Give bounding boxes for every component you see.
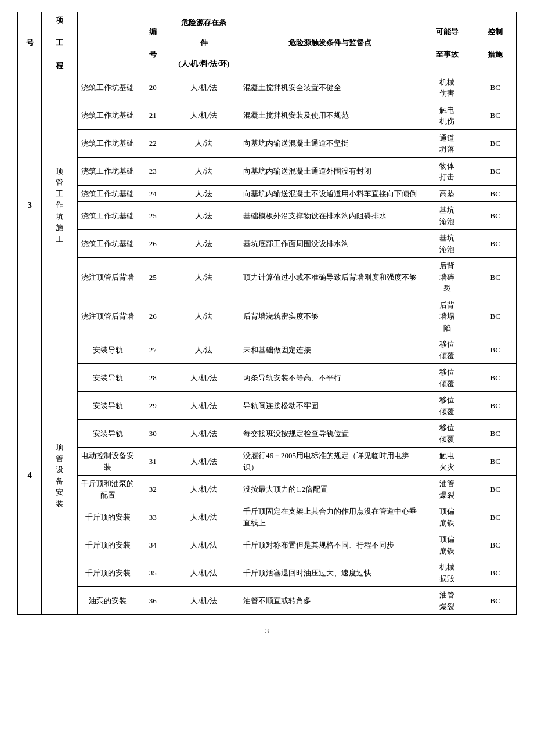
row-control: BC	[474, 74, 517, 102]
table-row: 浇筑工作坑基础26人/法基坑底部工作面周围没设排水沟基坑淹泡BC	[18, 230, 517, 258]
table-row: 千斤顶的安装33人/机/法千斤顶固定在支架上其合力的作用点没在管道中心垂直线上顶…	[18, 503, 517, 531]
row-trigger: 两条导轨安装不等高、不平行	[240, 364, 420, 392]
table-row: 3顶管工作坑施工浇筑工作坑基础20人/机/法混凝土搅拌机安全装置不健全机械伤害B…	[18, 74, 517, 102]
header-sub	[78, 12, 138, 74]
row-code: 20	[138, 74, 168, 102]
row-sub: 千斤顶的安装	[78, 503, 138, 531]
row-hazard: 人/机/法	[168, 587, 240, 615]
row-accident: 物体打击	[420, 157, 474, 185]
row-sub: 油泵的安装	[78, 587, 138, 615]
row-code: 22	[138, 129, 168, 157]
row-accident: 通道坍落	[420, 129, 474, 157]
table-row: 安装导轨30人/机/法每交接班没按规定检查导轨位置移位倾覆BC	[18, 420, 517, 448]
header-hazard-unit: (人/机/料/法/环)	[168, 53, 240, 74]
row-code: 30	[138, 420, 168, 448]
row-control: BC	[474, 297, 517, 336]
table-row: 浇筑工作坑基础22人/法向基坑内输送混凝土通道不坚挺通道坍落BC	[18, 129, 517, 157]
row-accident: 触电火灾	[420, 448, 474, 476]
row-control: BC	[474, 531, 517, 559]
row-control: BC	[474, 559, 517, 587]
row-control: BC	[474, 202, 517, 230]
table-row: 浇筑工作坑基础24人/法向基坑内输送混凝土不设通道用小料车直接向下倾倒高坠BC	[18, 185, 517, 202]
row-trigger: 混凝土搅拌机安全装置不健全	[240, 74, 420, 102]
row-accident: 后背墙塌陷	[420, 297, 474, 336]
row-accident: 顶偏崩铁	[420, 503, 474, 531]
row-sub: 浇筑工作坑基础	[78, 185, 138, 202]
row-trigger: 向基坑内输送混凝土通道外围没有封闭	[240, 157, 420, 185]
row-hazard: 人/法	[168, 258, 240, 297]
row-accident: 触电机伤	[420, 102, 474, 129]
row-trigger: 没履行46－2005用电标准的规定（详见临时用电辨识）	[240, 448, 420, 476]
page-number: 3	[17, 627, 517, 636]
header-code: 编号	[138, 12, 168, 74]
table-row: 浇筑工作坑基础25人/法基础模板外沿支撑物设在排水沟内阻碍排水基坑淹泡BC	[18, 202, 517, 230]
header-trigger: 危险源触发条件与监督点	[240, 12, 420, 74]
row-trigger: 油管不顺直或转角多	[240, 587, 420, 615]
row-accident: 机械伤害	[420, 74, 474, 102]
row-code: 26	[138, 230, 168, 258]
row-trigger: 基础模板外沿支撑物设在排水沟内阻碍排水	[240, 202, 420, 230]
row-control: BC	[474, 420, 517, 448]
section-item: 顶管设备安装	[42, 336, 78, 615]
row-hazard: 人/机/法	[168, 503, 240, 531]
header-hazard-title: 危险源存在条	[168, 12, 240, 33]
row-code: 31	[138, 448, 168, 476]
row-hazard: 人/机/法	[168, 559, 240, 587]
row-accident: 顶偏崩铁	[420, 531, 474, 559]
row-control: BC	[474, 129, 517, 157]
header-control: 控制措施	[474, 12, 517, 74]
row-code: 29	[138, 392, 168, 420]
row-code: 34	[138, 531, 168, 559]
row-code: 28	[138, 364, 168, 392]
row-trigger: 未和基础做固定连接	[240, 336, 420, 364]
table-row: 浇筑工作坑基础21人/机/法混凝土搅拌机安装及使用不规范触电机伤BC	[18, 102, 517, 129]
row-accident: 油管爆裂	[420, 476, 474, 503]
row-trigger: 顶力计算值过小或不准确导致后背墙刚度和强度不够	[240, 258, 420, 297]
row-sub: 电动控制设备安装	[78, 448, 138, 476]
row-sub: 浇筑工作坑基础	[78, 74, 138, 102]
row-hazard: 人/法	[168, 336, 240, 364]
row-trigger: 向基坑内输送混凝土不设通道用小料车直接向下倾倒	[240, 185, 420, 202]
row-accident: 油管爆裂	[420, 587, 474, 615]
row-code: 36	[138, 587, 168, 615]
row-accident: 移位倾覆	[420, 392, 474, 420]
header-item: 项工程	[42, 12, 78, 74]
row-sub: 千斤顶的安装	[78, 559, 138, 587]
table-row: 油泵的安装36人/机/法油管不顺直或转角多油管爆裂BC	[18, 587, 517, 615]
row-hazard: 人/机/法	[168, 74, 240, 102]
row-sub: 浇筑工作坑基础	[78, 157, 138, 185]
row-code: 25	[138, 258, 168, 297]
row-sub: 浇筑工作坑基础	[78, 129, 138, 157]
row-hazard: 人/法	[168, 185, 240, 202]
row-sub: 安装导轨	[78, 364, 138, 392]
row-hazard: 人/机/法	[168, 102, 240, 129]
row-hazard: 人/法	[168, 202, 240, 230]
row-accident: 基坑淹泡	[420, 230, 474, 258]
row-sub: 安装导轨	[78, 392, 138, 420]
table-row: 浇注顶管后背墙26人/法后背墙浇筑密实度不够后背墙塌陷BC	[18, 297, 517, 336]
row-trigger: 导轨间连接松动不牢固	[240, 392, 420, 420]
row-trigger: 千斤顶固定在支架上其合力的作用点没在管道中心垂直线上	[240, 503, 420, 531]
row-control: BC	[474, 503, 517, 531]
table-row: 电动控制设备安装31人/机/法没履行46－2005用电标准的规定（详见临时用电辨…	[18, 448, 517, 476]
row-accident: 移位倾覆	[420, 336, 474, 364]
row-code: 21	[138, 102, 168, 129]
row-sub: 浇筑工作坑基础	[78, 230, 138, 258]
row-code: 26	[138, 297, 168, 336]
main-table: 号 项工程 编号 危险源存在条 危险源触发条件与监督点 可能导至事故 控制措施 …	[17, 12, 517, 615]
row-trigger: 千斤顶活塞退回时油压过大、速度过快	[240, 559, 420, 587]
row-accident: 后背墙碎裂	[420, 258, 474, 297]
row-accident: 移位倾覆	[420, 420, 474, 448]
row-sub: 千斤顶和油泵的配置	[78, 476, 138, 503]
row-control: BC	[474, 476, 517, 503]
table-row: 安装导轨29人/机/法导轨间连接松动不牢固移位倾覆BC	[18, 392, 517, 420]
table-row: 千斤顶的安装35人/机/法千斤顶活塞退回时油压过大、速度过快机械损毁BC	[18, 559, 517, 587]
row-sub: 浇注顶管后背墙	[78, 258, 138, 297]
row-sub: 浇筑工作坑基础	[78, 102, 138, 129]
row-control: BC	[474, 230, 517, 258]
row-hazard: 人/机/法	[168, 448, 240, 476]
page-wrapper: 号 项工程 编号 危险源存在条 危险源触发条件与监督点 可能导至事故 控制措施 …	[17, 12, 517, 636]
row-hazard: 人/机/法	[168, 364, 240, 392]
row-code: 33	[138, 503, 168, 531]
section-item: 顶管工作坑施工	[42, 74, 78, 336]
